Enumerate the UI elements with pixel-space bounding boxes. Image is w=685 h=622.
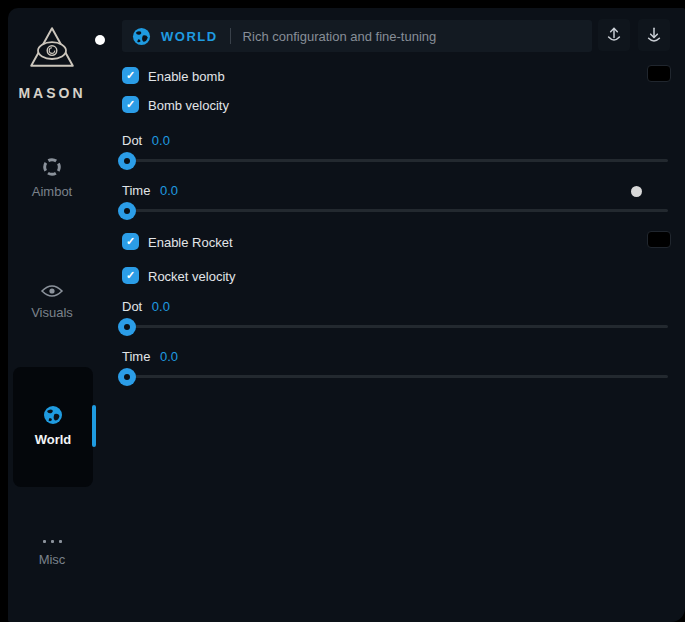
divider xyxy=(230,28,231,44)
sidebar-item-visuals[interactable]: Visuals xyxy=(8,283,96,320)
crosshair-icon xyxy=(41,156,63,178)
slider-label: Time 0.0 xyxy=(122,349,178,364)
slider-value: 0.0 xyxy=(152,133,170,148)
time-slider-track[interactable] xyxy=(122,209,668,212)
check-icon: ✓ xyxy=(126,235,135,248)
time-slider-thumb[interactable] xyxy=(118,202,136,220)
dot-slider-track[interactable] xyxy=(122,159,668,162)
globe-icon xyxy=(132,27,151,46)
import-config-button[interactable] xyxy=(638,19,670,51)
slider-name: Dot xyxy=(122,299,142,314)
checkbox-label: Bomb velocity xyxy=(148,98,229,113)
check-icon: ✓ xyxy=(126,269,135,282)
bomb-velocity-checkbox[interactable]: ✓ xyxy=(122,96,139,113)
slider-label: Time 0.0 xyxy=(122,183,178,198)
active-tab-indicator xyxy=(92,405,96,447)
slider-value: 0.0 xyxy=(160,183,178,198)
app-window: MASON Aimbot Visuals World Misc xyxy=(8,8,685,622)
slider-name: Time xyxy=(122,349,150,364)
upload-icon xyxy=(604,25,624,45)
page-header: WORLD Rich configuration and fine-tuning xyxy=(122,20,592,52)
eye-icon xyxy=(40,283,64,299)
slider-name: Dot xyxy=(122,133,142,148)
time-slider-thumb[interactable] xyxy=(118,368,136,386)
time-slider-track[interactable] xyxy=(122,375,668,378)
sidebar-item-aimbot[interactable]: Aimbot xyxy=(8,156,96,199)
dot-slider-track[interactable] xyxy=(122,325,668,328)
globe-icon xyxy=(43,405,63,425)
slider-name: Time xyxy=(122,183,150,198)
rocket-color-swatch[interactable] xyxy=(647,231,671,248)
rocket-velocity-checkbox[interactable]: ✓ xyxy=(122,267,139,284)
checkbox-label: Enable bomb xyxy=(148,69,225,84)
brand-name: MASON xyxy=(16,85,88,101)
page-subtitle: Rich configuration and fine-tuning xyxy=(243,29,437,44)
dot-slider-thumb[interactable] xyxy=(118,152,136,170)
sidebar-item-label: Misc xyxy=(39,552,66,567)
enable-bomb-checkbox[interactable]: ✓ xyxy=(122,67,139,84)
dot-slider-thumb[interactable] xyxy=(118,318,136,336)
checkbox-label: Enable Rocket xyxy=(148,235,233,250)
cursor-dot xyxy=(95,35,105,45)
sidebar-item-label: World xyxy=(35,432,72,447)
check-icon: ✓ xyxy=(126,98,135,111)
sidebar-item-label: Visuals xyxy=(31,305,73,320)
download-icon xyxy=(644,25,664,45)
page-title: WORLD xyxy=(161,29,218,44)
cursor-dot xyxy=(631,186,642,197)
slider-value: 0.0 xyxy=(152,299,170,314)
bomb-color-swatch[interactable] xyxy=(647,65,671,82)
slider-label: Dot 0.0 xyxy=(122,133,170,148)
sidebar-item-world[interactable]: World xyxy=(13,367,93,487)
enable-rocket-checkbox[interactable]: ✓ xyxy=(122,233,139,250)
slider-label: Dot 0.0 xyxy=(122,299,170,314)
ellipsis-icon xyxy=(43,536,62,546)
check-icon: ✓ xyxy=(126,69,135,82)
sidebar-item-misc[interactable]: Misc xyxy=(8,536,96,567)
slider-value: 0.0 xyxy=(160,349,178,364)
sidebar-item-label: Aimbot xyxy=(32,184,72,199)
brand-logo-eye-in-triangle-icon xyxy=(28,24,76,74)
checkbox-label: Rocket velocity xyxy=(148,269,235,284)
export-config-button[interactable] xyxy=(598,19,630,51)
